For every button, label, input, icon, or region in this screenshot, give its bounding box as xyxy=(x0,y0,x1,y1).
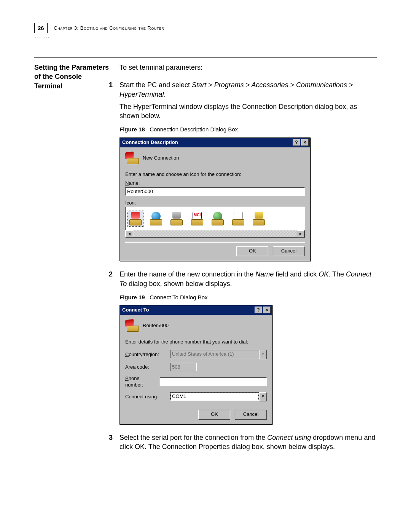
step1-followup: The HyperTerminal window displays the Co… xyxy=(119,102,377,121)
ok-button[interactable]: OK xyxy=(198,410,230,420)
phone-number-input[interactable] xyxy=(160,377,267,386)
section-heading: Setting the Parameters of the Console Te… xyxy=(34,63,110,91)
connect-using-input[interactable] xyxy=(170,392,259,401)
country-input xyxy=(170,350,259,358)
connect-to-dialog: Connect To ? × xyxy=(119,305,272,425)
scroll-track[interactable] xyxy=(133,230,297,237)
section-body: To set terminal parameters: 1 Start the … xyxy=(119,63,377,454)
step-number: 3 xyxy=(109,433,113,442)
chevron-down-icon: ▼ xyxy=(261,394,265,398)
dropdown-button: ▼ xyxy=(259,350,267,359)
connection-name-heading: Router5000 xyxy=(143,322,169,329)
cancel-button[interactable]: Cancel xyxy=(235,410,267,420)
icon-option-document[interactable] xyxy=(231,211,246,226)
figure-19-caption: Figure 19 Connect To Dialog Box xyxy=(119,294,377,301)
connection-description-dialog: Connection Description ? × xyxy=(119,137,311,262)
dialog-title: Connection Description xyxy=(122,139,178,146)
scroll-left-button[interactable]: ◄ xyxy=(126,230,133,237)
step-3: 3 Select the serial port for the connect… xyxy=(110,433,377,452)
country-label: Country/region: xyxy=(125,351,167,358)
name-input[interactable] xyxy=(125,187,305,196)
chevron-down-icon: ▼ xyxy=(261,352,265,356)
help-button[interactable]: ? xyxy=(293,139,300,146)
divider xyxy=(34,57,377,58)
arrow-left-icon: ◄ xyxy=(127,232,131,236)
question-icon: ? xyxy=(257,308,260,312)
close-icon: × xyxy=(265,308,268,312)
area-code-label: Area code: xyxy=(125,364,167,371)
question-icon: ? xyxy=(295,140,298,145)
name-label: Name: xyxy=(125,180,305,187)
intro-text: To set terminal parameters: xyxy=(119,63,377,72)
dialog-title: Connect To xyxy=(122,307,149,313)
dropdown-button[interactable]: ▼ xyxy=(259,392,267,401)
step-number: 2 xyxy=(109,270,113,279)
area-code-input xyxy=(170,363,197,371)
dialog-titlebar[interactable]: Connect To ? × xyxy=(120,305,272,315)
icon-scrollbar[interactable]: ◄ ► xyxy=(125,230,305,238)
figure-18-caption: Figure 18 Connection Description Dialog … xyxy=(119,126,377,133)
connect-using-label: Connect using: xyxy=(125,393,167,400)
phone-number-label: Phone number: xyxy=(125,375,157,388)
close-button[interactable]: × xyxy=(263,307,271,313)
arrow-right-icon: ► xyxy=(299,232,303,236)
page-header: 26 ······· Chapter 3: Booting and Config… xyxy=(34,23,377,40)
step-number: 1 xyxy=(109,80,113,89)
icon-option-phone-red[interactable] xyxy=(128,211,143,226)
icon-option-globe-green[interactable] xyxy=(210,211,225,226)
dialog-titlebar[interactable]: Connection Description ? × xyxy=(120,138,310,147)
step1-text: Start the PC and select xyxy=(119,81,192,89)
close-icon: × xyxy=(303,140,306,145)
icon-picker[interactable]: MCI xyxy=(125,207,305,230)
chapter-title: Chapter 3: Booting and Configuring the R… xyxy=(54,23,164,31)
dialog-prompt: Enter details for the phone number that … xyxy=(125,339,267,345)
icon-option-phone-yellow[interactable] xyxy=(251,211,266,226)
connection-name-heading: New Connection xyxy=(143,155,179,161)
connect-using-select[interactable]: ▼ xyxy=(170,392,267,401)
connection-icon xyxy=(125,320,139,332)
ok-button[interactable]: OK xyxy=(236,246,268,256)
scroll-right-button[interactable]: ► xyxy=(297,230,304,237)
step-1: 1 Start the PC and select Start > Progra… xyxy=(110,80,377,261)
cancel-button[interactable]: Cancel xyxy=(273,246,305,256)
icon-label: Icon: xyxy=(125,200,305,206)
help-button[interactable]: ? xyxy=(255,307,262,313)
decorative-dots: ······· xyxy=(35,34,50,40)
step-2: 2 Enter the name of the new connection i… xyxy=(110,270,377,424)
icon-option-modem-gray[interactable] xyxy=(169,211,184,226)
country-select: ▼ xyxy=(170,350,267,359)
document-page: 26 ······· Chapter 3: Booting and Config… xyxy=(0,0,411,532)
close-button[interactable]: × xyxy=(301,139,309,146)
connection-icon xyxy=(125,152,139,164)
icon-option-mci[interactable]: MCI xyxy=(190,211,205,226)
dialog-prompt: Enter a name and choose an icon for the … xyxy=(125,171,305,178)
page-number: 26 xyxy=(34,23,48,33)
icon-option-globe-blue[interactable] xyxy=(148,211,164,226)
